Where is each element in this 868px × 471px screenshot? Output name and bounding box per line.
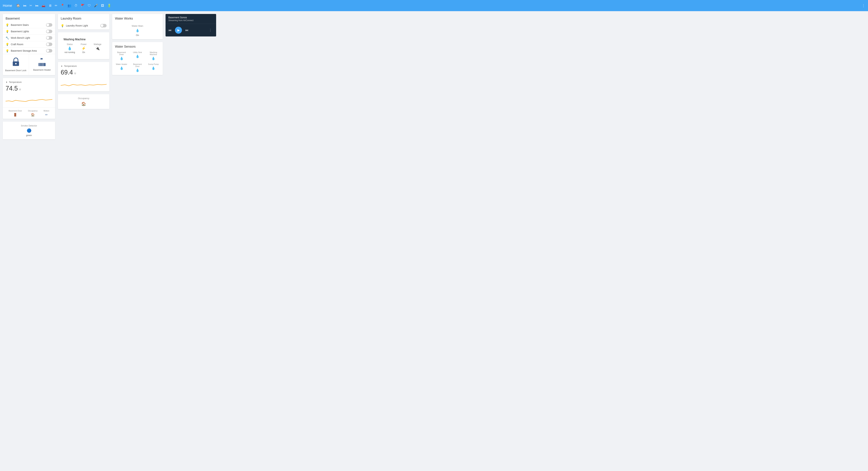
basement-stairs-label: Basement Stairs: [11, 24, 29, 26]
washing-machine-stats: Status 💧 not running Power ⚡ On Wattage …: [63, 43, 104, 54]
mic-icon[interactable]: 🎤: [94, 4, 98, 7]
basement-lights-item: 💡 Basement Lights: [3, 28, 55, 35]
lock-icon: [12, 58, 20, 68]
wm-wattage-stat: Wattage 🔌: [91, 43, 104, 54]
laundry-temp-card: 🌡 Temperature 69.4 °F: [58, 62, 110, 91]
flag-icon[interactable]: 🚩: [81, 4, 85, 7]
laundry-thermometer-icon: 🌡: [61, 65, 63, 67]
battery-icon[interactable]: 🔋: [107, 4, 111, 7]
basement-heater-action[interactable]: Basement Heater: [29, 54, 55, 75]
sonos-player: Basement Sonos Streaming from AirConnect…: [165, 14, 216, 36]
laundry-light-toggle[interactable]: [100, 24, 106, 27]
craft-room-label: Craft Room: [11, 43, 23, 46]
basement-door-sensor: Basement Door 🚪: [8, 110, 22, 117]
smoke-detector-card: Smoke Detector 🔵 green: [3, 122, 55, 139]
wm-status-value: not running: [65, 51, 75, 54]
image-icon[interactable]: 🖼: [101, 4, 104, 7]
laundry-light-icon: 💡: [61, 24, 64, 27]
water-heater-icon: 💧: [120, 66, 124, 70]
play-icon: ▶: [177, 28, 180, 32]
heater-icon: [38, 58, 46, 67]
laundry-temp-value: 69.4 °F: [61, 69, 106, 76]
basement-heater-label: Basement Heater: [33, 68, 51, 71]
basement-stairs-toggle[interactable]: [46, 23, 52, 27]
water-sensors-title: Water Sensors: [115, 45, 160, 50]
washing-machine-card: Washing Machine Status 💧 not running Pow…: [58, 32, 110, 59]
basement-door-lock-label: Basement Door Lock: [5, 69, 26, 72]
wm-status-icon: 💧: [67, 46, 72, 51]
craft-icon: 💡: [6, 43, 9, 46]
laundry-title: Laundry Room: [58, 14, 110, 22]
laundry-room-column: Laundry Room 💡 Laundry Room Light Washin…: [58, 14, 110, 109]
bedroom-icon[interactable]: 🛏: [23, 4, 26, 7]
people-icon[interactable]: 👥: [67, 4, 71, 7]
door-icon: 🚪: [13, 113, 17, 117]
sonos-next-button[interactable]: ⏭: [185, 28, 189, 32]
craft-room-item: 💡 Craft Room: [3, 41, 55, 48]
water-sensors-card: Water Sensors Basement Drain 💧 Utility S…: [112, 42, 163, 75]
header-title: Home: [3, 4, 12, 8]
pencil-icon[interactable]: ✏: [55, 4, 57, 7]
wm-status-stat: Status 💧 not running: [63, 43, 76, 54]
basement-stairs-item: 💡 Basement Stairs: [3, 22, 55, 28]
sonos-controls: ⏮ ▶ ⏭ ⋮: [165, 24, 216, 36]
occupancy-label: Occupancy: [61, 97, 106, 100]
header-menu-icon[interactable]: ⋮: [862, 3, 865, 8]
temp-value-basement: 74.5 °F: [6, 85, 52, 92]
sump-pump-sensor: Sump Pump 💧: [147, 63, 160, 72]
quick-actions: Basement Door Lock Basement Heater: [3, 54, 55, 75]
basement-column: Basement 💡 Basement Stairs 💡 Basement Li…: [3, 14, 55, 139]
header-nav: 🏠 🛏 ✂ 🛏 🚗 🖥 ✏ 📍 👥 ⏱ 🚩 🛡 🎤 🖼 🔋: [16, 4, 862, 7]
storage-label: Basement Storage Area: [11, 50, 37, 52]
home-icon[interactable]: 🏠: [16, 4, 20, 7]
clock-icon[interactable]: ⏱: [74, 4, 78, 7]
workbench-icon: 🔧: [6, 36, 9, 40]
sonos-play-button[interactable]: ▶: [175, 27, 182, 34]
basement-lights-toggle[interactable]: [46, 30, 52, 33]
motion-sensor: Motion ✏: [43, 110, 50, 117]
laundry-temp-chart: [61, 78, 106, 89]
drain-icon: 💧: [120, 57, 124, 60]
storage-icon: 💡: [6, 49, 9, 53]
basement-title: Basement: [3, 14, 55, 22]
sonos-subtitle: Streaming from AirConnect: [168, 19, 213, 22]
workbench-toggle[interactable]: [46, 36, 52, 40]
wm-power-stat: Power ⚡ On: [78, 43, 90, 54]
laundry-room-card: Laundry Room 💡 Laundry Room Light: [58, 14, 110, 30]
car-icon[interactable]: 🚗: [41, 4, 45, 7]
bed-icon[interactable]: 🛏: [35, 4, 38, 7]
water-sensors-grid: Basement Drain 💧 Utility Sink 💧 Washing …: [115, 51, 160, 72]
washing-machine-title: Washing Machine: [63, 38, 104, 41]
occupancy-sensor: Occupancy 🏠: [28, 110, 37, 117]
ws-washing-icon: 💧: [151, 57, 155, 60]
craft-room-toggle[interactable]: [46, 42, 52, 46]
shield-icon[interactable]: 🛡: [88, 4, 91, 7]
tools-icon[interactable]: ✂: [29, 4, 32, 7]
ws-door-icon: 💧: [135, 68, 140, 72]
sump-icon: 💧: [151, 66, 155, 70]
water-works-column: Water Works Water Main 💧 On Water Sensor…: [112, 14, 163, 75]
basement-lights-card: Basement 💡 Basement Stairs 💡 Basement Li…: [3, 14, 55, 75]
monitor-icon[interactable]: 🖥: [49, 4, 52, 7]
header: Home 🏠 🛏 ✂ 🛏 🚗 🖥 ✏ 📍 👥 ⏱ 🚩 🛡 🎤 🖼 🔋 ⋮: [0, 0, 868, 11]
smoke-detector-label: Smoke Detector: [6, 124, 52, 127]
lights-icon: 💡: [6, 30, 9, 33]
basement-door-lock-action[interactable]: Basement Door Lock: [3, 54, 29, 75]
water-main-icon: 💧: [115, 29, 160, 32]
ws-washing-machine-sensor: Washing Machine 💧: [147, 51, 160, 60]
location-icon[interactable]: 📍: [61, 4, 64, 7]
occupancy-home-icon: 🏠: [61, 102, 106, 106]
basement-storage-item: 💡 Basement Storage Area: [3, 48, 55, 54]
occupancy-icon: 🏠: [31, 113, 35, 117]
svg-point-1: [15, 63, 17, 64]
sonos-prev-button[interactable]: ⏮: [168, 28, 172, 32]
wm-wattage-icon: 🔌: [95, 46, 100, 51]
workbench-item: 🔧 Work Bench Light: [3, 35, 55, 41]
storage-toggle[interactable]: [46, 49, 52, 53]
thermometer-icon: 🌡: [6, 81, 8, 83]
water-works-card: Water Works Water Main 💧 On: [112, 14, 163, 39]
workbench-label: Work Bench Light: [11, 36, 30, 39]
utility-sink-sensor: Utility Sink 💧: [131, 51, 144, 60]
temp-label-basement: 🌡 Temperature: [6, 81, 52, 83]
sonos-more-icon[interactable]: ⋮: [208, 28, 213, 32]
